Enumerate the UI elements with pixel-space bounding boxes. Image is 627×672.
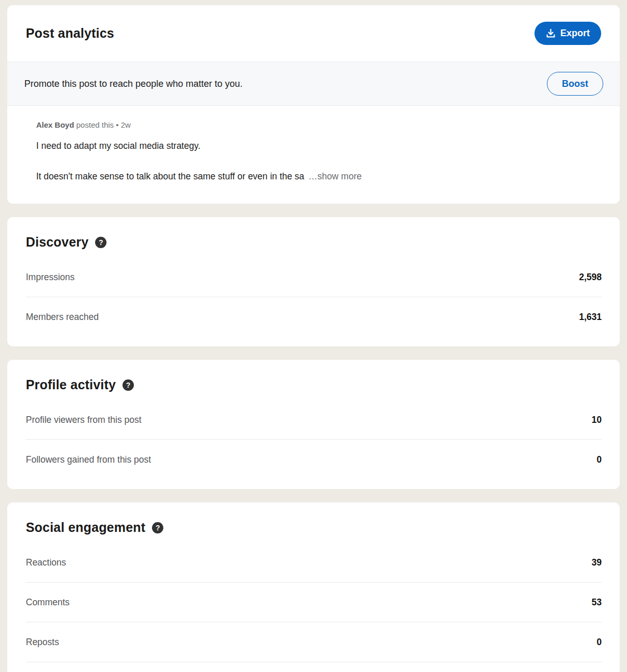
help-icon[interactable]: ?	[123, 379, 134, 391]
metric-label: Members reached	[26, 312, 99, 323]
post-meta-text: posted this	[77, 120, 114, 129]
metric-row-reposts: Reposts 0	[26, 622, 602, 662]
export-button[interactable]: Export	[534, 22, 601, 45]
metric-row-members-reached: Members reached 1,631	[26, 297, 602, 346]
post-meta-dot: •	[116, 120, 118, 129]
metric-value: 1,631	[579, 312, 602, 323]
post-age: 2w	[121, 120, 131, 129]
metric-value: 2,598	[579, 272, 602, 283]
post-analytics-page: Post analytics Export Promote this post …	[0, 0, 627, 672]
metric-label: Comments	[26, 597, 70, 608]
metric-label: Reposts	[26, 637, 59, 648]
discovery-card: Discovery ? Impressions 2,598 Members re…	[7, 217, 620, 346]
section-title-row: Profile activity ?	[26, 377, 602, 392]
card-header: Post analytics Export	[7, 5, 620, 62]
download-icon	[546, 28, 556, 38]
metric-row-profile-viewers: Profile viewers from this post 10	[26, 400, 602, 439]
help-icon[interactable]: ?	[152, 522, 163, 533]
metric-value: 53	[592, 597, 602, 608]
metric-label: Followers gained from this post	[26, 454, 151, 465]
metric-row-reactions: Reactions 39	[26, 543, 602, 582]
metric-label: Reactions	[26, 557, 66, 568]
post-meta: Alex Boyd posted this • 2w	[36, 120, 598, 129]
metric-label: Impressions	[26, 272, 74, 283]
metric-value: 39	[592, 557, 602, 568]
section-title-row: Discovery ?	[26, 235, 602, 250]
metric-label: Profile viewers from this post	[26, 415, 142, 425]
section-title-row: Social engagement ?	[26, 520, 602, 535]
post-preview: Alex Boyd posted this • 2w I need to ada…	[7, 106, 620, 204]
help-icon[interactable]: ?	[95, 237, 106, 248]
profile-activity-card: Profile activity ? Profile viewers from …	[7, 360, 620, 489]
metric-value: 0	[597, 637, 602, 648]
page-title: Post analytics	[26, 26, 114, 41]
promote-banner: Promote this post to reach people who ma…	[7, 62, 620, 106]
post-analytics-card: Post analytics Export Promote this post …	[7, 5, 620, 204]
metric-row-followers-gained: Followers gained from this post 0	[26, 440, 602, 489]
metric-row-comments: Comments 53	[26, 583, 602, 622]
post-author-link[interactable]: Alex Boyd	[36, 120, 74, 129]
show-more-link[interactable]: …show more	[309, 171, 362, 181]
export-button-label: Export	[560, 28, 590, 39]
post-text-line2-text: It doesn't make sense to talk about the …	[36, 171, 304, 181]
discovery-section: Discovery ? Impressions 2,598 Members re…	[7, 217, 620, 346]
card-tail-spacer	[26, 662, 602, 672]
boost-button[interactable]: Boost	[547, 72, 603, 96]
metric-value: 0	[597, 454, 602, 465]
section-title-social-engagement: Social engagement	[26, 520, 145, 535]
profile-activity-section: Profile activity ? Profile viewers from …	[7, 360, 620, 489]
section-title-profile-activity: Profile activity	[26, 377, 116, 392]
promote-message: Promote this post to reach people who ma…	[24, 79, 242, 89]
social-engagement-card: Social engagement ? Reactions 39 Comment…	[7, 502, 620, 672]
post-text-line1: I need to adapt my social media strategy…	[36, 140, 598, 152]
metric-row-impressions: Impressions 2,598	[26, 257, 602, 297]
post-text-line2: It doesn't make sense to talk about the …	[36, 170, 598, 183]
metric-value: 10	[592, 415, 602, 425]
section-title-discovery: Discovery	[26, 235, 88, 250]
social-engagement-section: Social engagement ? Reactions 39 Comment…	[7, 502, 620, 672]
